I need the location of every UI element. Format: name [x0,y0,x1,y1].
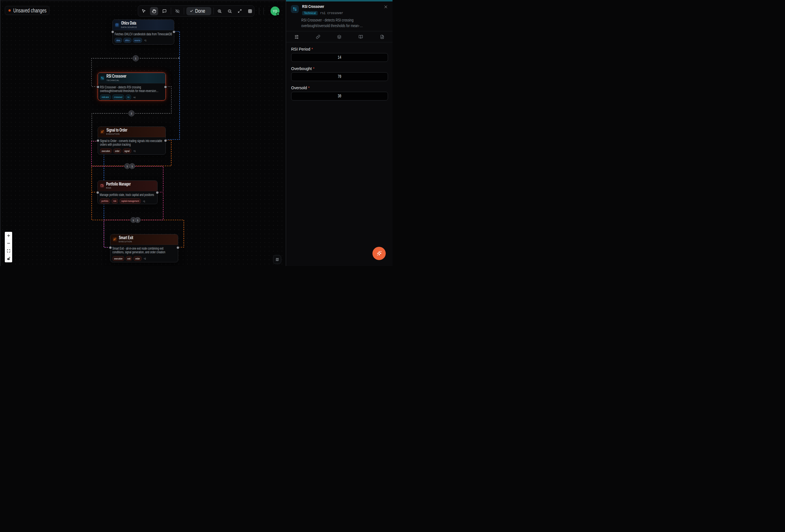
svg-text:1: 1 [131,164,133,168]
svg-text:1: 1 [135,57,136,60]
svg-text:1: 1 [127,164,128,168]
svg-text:1: 1 [132,219,134,222]
svg-text:1: 1 [137,219,138,222]
svg-text:2: 2 [131,112,132,115]
